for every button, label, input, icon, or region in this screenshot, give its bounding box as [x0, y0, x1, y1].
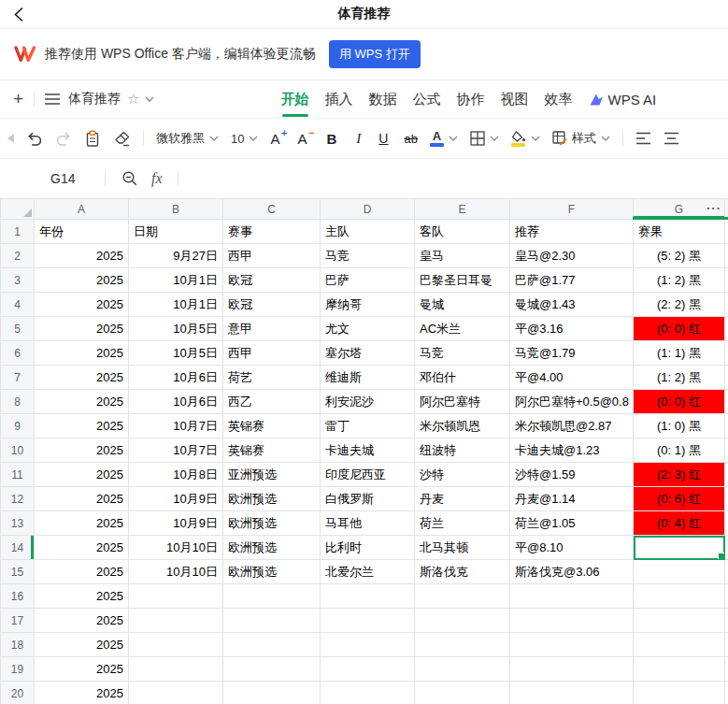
row-header-7[interactable]: 7 — [1, 366, 35, 390]
menu-tab-5[interactable]: 协作 — [457, 91, 485, 108]
cell-F6[interactable]: 马竞@1.79 — [510, 341, 634, 366]
cell-G11[interactable]: (2: 3) 红 — [634, 463, 725, 487]
formula-input[interactable] — [194, 159, 728, 198]
decrease-font-button[interactable]: A− — [297, 131, 307, 147]
cell-C11[interactable]: 亚洲预选 — [223, 463, 321, 487]
cell-E1[interactable]: 客队 — [415, 220, 510, 244]
cell-A12[interactable]: 2025 — [35, 487, 129, 511]
fill-handle[interactable] — [718, 553, 725, 560]
cell-B11[interactable]: 10月8日 — [129, 463, 223, 487]
cell-F13[interactable]: 荷兰@1.05 — [510, 511, 634, 536]
cell-G10[interactable]: (0: 1) 黑 — [634, 438, 725, 463]
cell-C8[interactable]: 西乙 — [223, 390, 321, 414]
cell-D12[interactable]: 白俄罗斯 — [321, 487, 415, 511]
cell-A5[interactable]: 2025 — [35, 317, 129, 341]
cell-G17[interactable] — [634, 609, 725, 633]
cell-B14[interactable]: 10月10日 — [129, 536, 223, 560]
cell-E14[interactable]: 北马其顿 — [415, 536, 510, 560]
cell-D16[interactable] — [321, 584, 415, 609]
cell-F2[interactable]: 皇马@2.30 — [510, 244, 634, 268]
cell-style-button[interactable]: 样式 — [552, 130, 610, 147]
cell-reference[interactable]: G14 — [50, 171, 105, 186]
cell-C16[interactable] — [223, 584, 321, 609]
align-left-icon[interactable] — [635, 132, 651, 145]
cell-D8[interactable]: 利安泥沙 — [321, 390, 415, 414]
cell-B7[interactable]: 10月6日 — [129, 366, 223, 390]
cell-C18[interactable] — [223, 633, 321, 657]
cell-G7[interactable]: (1: 2) 黑 — [634, 366, 725, 390]
open-in-wps-button[interactable]: 用 WPS 打开 — [329, 40, 421, 68]
column-header-B[interactable]: B — [129, 199, 223, 220]
cell-A10[interactable]: 2025 — [35, 438, 129, 463]
select-all-corner[interactable] — [1, 199, 35, 220]
fill-color-button[interactable] — [511, 131, 540, 147]
row-header-17[interactable]: 17 — [1, 609, 35, 633]
font-name-select[interactable]: 微软雅黑 — [156, 130, 219, 147]
cell-G18[interactable] — [634, 633, 725, 657]
menu-tab-1[interactable]: 开始 — [281, 91, 309, 108]
cell-C10[interactable]: 英锦赛 — [223, 438, 321, 463]
cell-E20[interactable] — [415, 682, 510, 704]
cell-A4[interactable]: 2025 — [35, 293, 129, 317]
cell-C1[interactable]: 赛事 — [223, 220, 321, 244]
column-header-F[interactable]: F — [510, 199, 634, 220]
cell-A14[interactable]: 2025 — [35, 536, 129, 560]
cell-C15[interactable]: 欧洲预选 — [223, 560, 321, 584]
row-header-13[interactable]: 13 — [1, 511, 35, 536]
row-header-2[interactable]: 2 — [1, 244, 35, 268]
cell-E8[interactable]: 阿尔巴塞特 — [415, 390, 510, 414]
menu-tab-6[interactable]: 视图 — [501, 91, 529, 108]
cell-E3[interactable]: 巴黎圣日耳曼 — [415, 268, 510, 293]
cell-B12[interactable]: 10月9日 — [129, 487, 223, 511]
cell-F5[interactable]: 平@3.16 — [510, 317, 634, 341]
cell-F14[interactable]: 平@8.10 — [510, 536, 634, 560]
cell-B15[interactable]: 10月10日 — [129, 560, 223, 584]
cell-A8[interactable]: 2025 — [35, 390, 129, 414]
cell-E18[interactable] — [415, 633, 510, 657]
row-header-8[interactable]: 8 — [1, 390, 35, 414]
cell-A20[interactable]: 2025 — [35, 682, 129, 704]
cell-A19[interactable]: 2025 — [35, 657, 129, 682]
cell-G6[interactable]: (1: 1) 黑 — [634, 341, 725, 366]
cell-F8[interactable]: 阿尔巴塞特+0.5@0.8 — [510, 390, 634, 414]
cell-C20[interactable] — [223, 682, 321, 704]
cell-F4[interactable]: 曼城@1.43 — [510, 293, 634, 317]
menu-icon[interactable] — [45, 93, 60, 105]
cell-F20[interactable] — [510, 682, 634, 704]
fx-icon[interactable]: fx — [151, 170, 163, 187]
borders-button[interactable] — [470, 131, 499, 146]
cell-G2[interactable]: (5: 2) 黑 — [634, 244, 725, 268]
cell-C19[interactable] — [223, 657, 321, 682]
cell-A11[interactable]: 2025 — [35, 463, 129, 487]
cell-B10[interactable]: 10月7日 — [129, 438, 223, 463]
cell-E17[interactable] — [415, 609, 510, 633]
row-header-14[interactable]: 14 — [1, 536, 35, 560]
cell-A2[interactable]: 2025 — [35, 244, 129, 268]
cell-F15[interactable]: 斯洛伐克@3.06 — [510, 560, 634, 584]
cell-B13[interactable]: 10月9日 — [129, 511, 223, 536]
cell-C3[interactable]: 欧冠 — [223, 268, 321, 293]
cell-C14[interactable]: 欧洲预选 — [223, 536, 321, 560]
cell-C12[interactable]: 欧洲预选 — [223, 487, 321, 511]
cell-B4[interactable]: 10月1日 — [129, 293, 223, 317]
cell-A6[interactable]: 2025 — [35, 341, 129, 366]
cell-A15[interactable]: 2025 — [35, 560, 129, 584]
redo-icon[interactable] — [55, 130, 72, 147]
cell-G4[interactable]: (2: 2) 黑 — [634, 293, 725, 317]
column-header-E[interactable]: E — [415, 199, 510, 220]
cell-B1[interactable]: 日期 — [129, 220, 223, 244]
cell-E13[interactable]: 荷兰 — [415, 511, 510, 536]
menu-tab-3[interactable]: 数据 — [369, 91, 397, 108]
star-icon[interactable]: ☆ — [127, 91, 139, 108]
row-header-5[interactable]: 5 — [1, 317, 35, 341]
cell-C4[interactable]: 欧冠 — [223, 293, 321, 317]
row-header-16[interactable]: 16 — [1, 584, 35, 609]
cell-D18[interactable] — [321, 633, 415, 657]
row-header-9[interactable]: 9 — [1, 414, 35, 438]
cell-B2[interactable]: 9月27日 — [129, 244, 223, 268]
cell-D7[interactable]: 维迪斯 — [321, 366, 415, 390]
cell-D1[interactable]: 主队 — [321, 220, 415, 244]
menu-tab-7[interactable]: 效率 — [545, 91, 573, 108]
menu-tab-2[interactable]: 插入 — [325, 91, 353, 108]
cell-F12[interactable]: 丹麦@1.14 — [510, 487, 634, 511]
